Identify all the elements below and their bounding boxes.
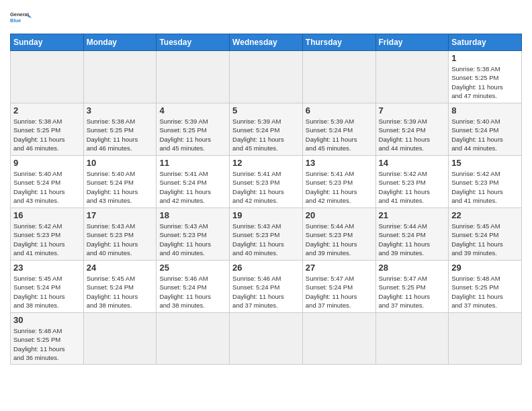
calendar-cell: 14Sunrise: 5:42 AM Sunset: 5:23 PM Dayli… — [375, 156, 449, 208]
header-day-thursday: Thursday — [302, 34, 375, 51]
calendar-cell: 23Sunrise: 5:45 AM Sunset: 5:24 PM Dayli… — [11, 261, 84, 313]
day-info: Sunrise: 5:42 AM Sunset: 5:23 PM Dayligh… — [13, 222, 81, 257]
day-number: 28 — [379, 263, 446, 273]
day-info: Sunrise: 5:46 AM Sunset: 5:24 PM Dayligh… — [232, 274, 300, 310]
day-info: Sunrise: 5:45 AM Sunset: 5:24 PM Dayligh… — [13, 274, 81, 310]
day-info: Sunrise: 5:41 AM Sunset: 5:23 PM Dayligh… — [306, 169, 373, 205]
day-info: Sunrise: 5:39 AM Sunset: 5:24 PM Dayligh… — [232, 117, 300, 152]
header-day-friday: Friday — [375, 34, 449, 51]
day-info: Sunrise: 5:40 AM Sunset: 5:24 PM Dayligh… — [13, 169, 81, 205]
calendar-cell: 1Sunrise: 5:38 AM Sunset: 5:25 PM Daylig… — [449, 51, 522, 103]
calendar-cell — [302, 51, 375, 103]
day-number: 5 — [232, 105, 300, 116]
calendar-cell — [83, 313, 157, 365]
day-info: Sunrise: 5:45 AM Sunset: 5:24 PM Dayligh… — [451, 222, 519, 257]
calendar-cell — [157, 51, 230, 103]
calendar-week-2: 2Sunrise: 5:38 AM Sunset: 5:25 PM Daylig… — [11, 103, 522, 156]
day-info: Sunrise: 5:40 AM Sunset: 5:24 PM Dayligh… — [87, 169, 154, 205]
calendar-header-row: SundayMondayTuesdayWednesdayThursdayFrid… — [11, 34, 522, 51]
calendar-table: SundayMondayTuesdayWednesdayThursdayFrid… — [10, 34, 522, 365]
calendar-week-4: 16Sunrise: 5:42 AM Sunset: 5:23 PM Dayli… — [11, 208, 522, 261]
calendar-cell: 30Sunrise: 5:48 AM Sunset: 5:25 PM Dayli… — [11, 313, 84, 365]
calendar-cell: 15Sunrise: 5:42 AM Sunset: 5:23 PM Dayli… — [449, 156, 522, 208]
day-info: Sunrise: 5:38 AM Sunset: 5:25 PM Dayligh… — [13, 117, 81, 152]
calendar-cell: 18Sunrise: 5:43 AM Sunset: 5:23 PM Dayli… — [157, 208, 230, 261]
day-number: 20 — [306, 210, 373, 220]
calendar-cell: 24Sunrise: 5:45 AM Sunset: 5:24 PM Dayli… — [83, 261, 157, 313]
calendar-cell: 16Sunrise: 5:42 AM Sunset: 5:23 PM Dayli… — [11, 208, 84, 261]
svg-text:Blue: Blue — [10, 17, 21, 24]
day-info: Sunrise: 5:42 AM Sunset: 5:23 PM Dayligh… — [379, 169, 446, 205]
calendar-cell: 22Sunrise: 5:45 AM Sunset: 5:24 PM Dayli… — [449, 208, 522, 261]
day-info: Sunrise: 5:39 AM Sunset: 5:24 PM Dayligh… — [306, 117, 373, 152]
calendar-week-5: 23Sunrise: 5:45 AM Sunset: 5:24 PM Dayli… — [11, 261, 522, 313]
calendar-cell — [230, 313, 303, 365]
calendar-cell — [375, 51, 449, 103]
calendar-cell: 7Sunrise: 5:39 AM Sunset: 5:24 PM Daylig… — [375, 103, 449, 156]
day-info: Sunrise: 5:43 AM Sunset: 5:23 PM Dayligh… — [232, 222, 300, 257]
day-info: Sunrise: 5:48 AM Sunset: 5:25 PM Dayligh… — [451, 274, 519, 310]
calendar-cell: 4Sunrise: 5:39 AM Sunset: 5:25 PM Daylig… — [157, 103, 230, 156]
day-number: 13 — [306, 158, 373, 168]
calendar-cell: 12Sunrise: 5:41 AM Sunset: 5:23 PM Dayli… — [230, 156, 303, 208]
calendar-cell — [83, 51, 157, 103]
day-number: 27 — [306, 263, 373, 273]
day-number: 17 — [87, 210, 154, 220]
logo-icon: GeneralBlue — [10, 7, 32, 28]
day-info: Sunrise: 5:39 AM Sunset: 5:25 PM Dayligh… — [159, 117, 226, 152]
day-number: 11 — [159, 158, 226, 168]
calendar-cell: 9Sunrise: 5:40 AM Sunset: 5:24 PM Daylig… — [11, 156, 84, 208]
day-number: 10 — [87, 158, 154, 168]
calendar-cell — [449, 313, 522, 365]
day-number: 14 — [379, 158, 446, 168]
calendar-cell: 2Sunrise: 5:38 AM Sunset: 5:25 PM Daylig… — [11, 103, 84, 156]
day-number: 23 — [13, 263, 81, 273]
day-info: Sunrise: 5:40 AM Sunset: 5:24 PM Dayligh… — [451, 117, 519, 152]
calendar-cell — [230, 51, 303, 103]
day-info: Sunrise: 5:39 AM Sunset: 5:24 PM Dayligh… — [379, 117, 446, 152]
day-number: 24 — [87, 263, 154, 273]
day-number: 18 — [159, 210, 226, 220]
day-info: Sunrise: 5:46 AM Sunset: 5:24 PM Dayligh… — [159, 274, 226, 310]
calendar-cell: 26Sunrise: 5:46 AM Sunset: 5:24 PM Dayli… — [230, 261, 303, 313]
day-number: 15 — [451, 158, 519, 168]
logo: GeneralBlue — [10, 7, 32, 28]
day-info: Sunrise: 5:38 AM Sunset: 5:25 PM Dayligh… — [87, 117, 154, 152]
calendar-cell: 10Sunrise: 5:40 AM Sunset: 5:24 PM Dayli… — [83, 156, 157, 208]
header-day-tuesday: Tuesday — [157, 34, 230, 51]
calendar-cell: 28Sunrise: 5:47 AM Sunset: 5:25 PM Dayli… — [375, 261, 449, 313]
day-number: 16 — [13, 210, 81, 220]
day-number: 12 — [232, 158, 300, 168]
calendar-cell: 19Sunrise: 5:43 AM Sunset: 5:23 PM Dayli… — [230, 208, 303, 261]
header-day-monday: Monday — [83, 34, 157, 51]
page-header: GeneralBlue — [10, 7, 522, 28]
day-info: Sunrise: 5:45 AM Sunset: 5:24 PM Dayligh… — [87, 274, 154, 310]
day-number: 22 — [451, 210, 519, 220]
calendar-cell: 5Sunrise: 5:39 AM Sunset: 5:24 PM Daylig… — [230, 103, 303, 156]
day-info: Sunrise: 5:41 AM Sunset: 5:24 PM Dayligh… — [159, 169, 226, 205]
day-number: 21 — [379, 210, 446, 220]
calendar-cell: 6Sunrise: 5:39 AM Sunset: 5:24 PM Daylig… — [302, 103, 375, 156]
calendar-cell — [157, 313, 230, 365]
day-number: 6 — [306, 105, 373, 116]
day-number: 2 — [13, 105, 81, 116]
day-number: 25 — [159, 263, 226, 273]
calendar-week-3: 9Sunrise: 5:40 AM Sunset: 5:24 PM Daylig… — [11, 156, 522, 208]
calendar-cell: 8Sunrise: 5:40 AM Sunset: 5:24 PM Daylig… — [449, 103, 522, 156]
header-day-saturday: Saturday — [449, 34, 522, 51]
day-info: Sunrise: 5:43 AM Sunset: 5:23 PM Dayligh… — [159, 222, 226, 257]
calendar-cell: 3Sunrise: 5:38 AM Sunset: 5:25 PM Daylig… — [83, 103, 157, 156]
calendar-cell: 20Sunrise: 5:44 AM Sunset: 5:23 PM Dayli… — [302, 208, 375, 261]
day-number: 7 — [379, 105, 446, 116]
day-info: Sunrise: 5:48 AM Sunset: 5:25 PM Dayligh… — [13, 326, 81, 362]
calendar-cell: 11Sunrise: 5:41 AM Sunset: 5:24 PM Dayli… — [157, 156, 230, 208]
day-number: 3 — [87, 105, 154, 116]
day-number: 30 — [13, 315, 81, 325]
calendar-week-1: 1Sunrise: 5:38 AM Sunset: 5:25 PM Daylig… — [11, 51, 522, 103]
calendar-cell: 13Sunrise: 5:41 AM Sunset: 5:23 PM Dayli… — [302, 156, 375, 208]
day-number: 8 — [451, 105, 519, 116]
calendar-cell: 27Sunrise: 5:47 AM Sunset: 5:24 PM Dayli… — [302, 261, 375, 313]
calendar-cell — [11, 51, 84, 103]
calendar-week-6: 30Sunrise: 5:48 AM Sunset: 5:25 PM Dayli… — [11, 313, 522, 365]
day-number: 4 — [159, 105, 226, 116]
